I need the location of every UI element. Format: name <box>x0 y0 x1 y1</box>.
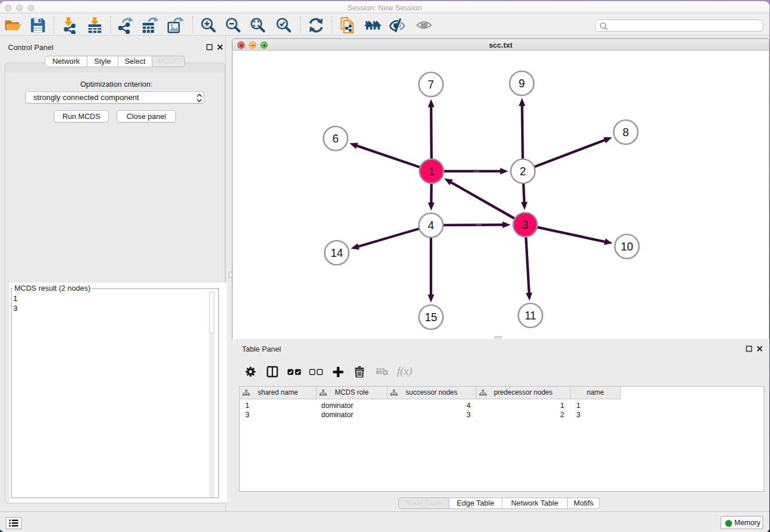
svg-text:3: 3 <box>522 218 529 231</box>
svg-text:9: 9 <box>519 77 525 90</box>
svg-text:7: 7 <box>428 78 434 91</box>
svg-text:4: 4 <box>428 219 434 232</box>
svg-text:8: 8 <box>623 126 629 138</box>
svg-text:10: 10 <box>621 240 633 253</box>
svg-text:1: 1 <box>429 165 435 178</box>
svg-text:11: 11 <box>525 309 536 322</box>
svg-text:6: 6 <box>333 132 339 145</box>
svg-text:14: 14 <box>330 246 343 259</box>
svg-text:15: 15 <box>425 311 437 323</box>
svg-text:2: 2 <box>520 165 526 178</box>
